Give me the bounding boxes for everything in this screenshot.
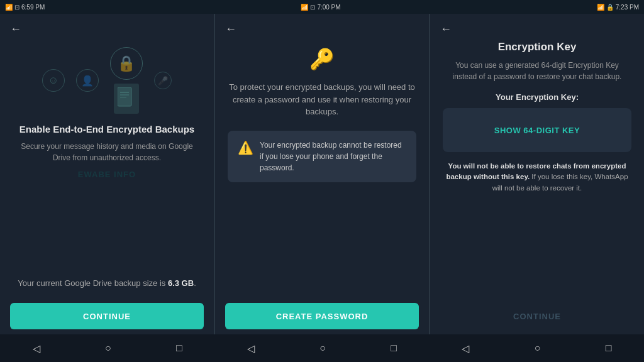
screen3-bottom: CONTINUE	[430, 298, 644, 334]
nav-section-2: ◁ ○ □	[214, 340, 429, 357]
status-bar: 📶⊡6:59 PM 📶⊡7:00 PM 📶🔒7:23 PM	[0, 0, 644, 14]
key-icon: 🔑	[309, 47, 335, 71]
doc-icon	[114, 84, 139, 114]
screen3-panel: ← Encryption Key You can use a generated…	[430, 14, 644, 334]
screen1-title: Enable End-to-End Encrypted Backups	[19, 124, 194, 134]
back-arrow-2[interactable]: ←	[215, 14, 429, 41]
show-64-digit-key-button[interactable]: SHOW 64-DIGIT KEY	[494, 126, 580, 135]
nav-recent-3[interactable]: □	[601, 340, 617, 356]
status-center-1: 📶⊡7:00 PM	[301, 4, 340, 11]
status-right-1: 📶🔒7:23 PM	[597, 4, 639, 11]
mic-icon: 🎤	[154, 72, 172, 89]
back-arrow-1[interactable]: ←	[0, 14, 214, 41]
screen1-description: Secure your message history and media on…	[13, 141, 201, 163]
enc-key-title: Encryption Key	[443, 41, 631, 53]
nav-back-2[interactable]: ◁	[242, 340, 260, 357]
enc-key-description: You can use a generated 64-digit Encrypt…	[443, 60, 631, 82]
screen1-panel: ← EWABE INFO ☺ 👤 🔒	[0, 14, 214, 334]
nav-section-1: ◁ ○ □	[0, 340, 214, 357]
screen2-description: To protect your encrypted backups, you w…	[228, 81, 416, 118]
enc-warning-text: You will not be able to restore chats fr…	[443, 161, 631, 194]
status-left-1: 📶⊡6:59 PM	[5, 4, 45, 11]
lock-icon: 🔒	[110, 47, 143, 80]
screen3-content: Encryption Key You can use a generated 6…	[430, 41, 644, 298]
warning-box: ⚠️ Your encrypted backup cannot be resto…	[228, 131, 416, 182]
nav-home-2[interactable]: ○	[314, 340, 331, 356]
enc-warning-bold: You will not be able to restore chats fr…	[446, 162, 626, 180]
continue-button-3-disabled: CONTINUE	[440, 303, 634, 329]
nav-home-3[interactable]: ○	[530, 340, 546, 356]
screen2-bottom: CREATE PASSWORD	[215, 298, 429, 334]
backup-size-value: 6.3 GB	[168, 278, 194, 288]
nav-recent-1[interactable]: □	[171, 340, 187, 356]
warning-triangle-icon: ⚠️	[238, 140, 253, 155]
screen2-content: 🔑 To protect your encrypted backups, you…	[215, 41, 429, 298]
screen1-bottom: CONTINUE	[0, 298, 214, 334]
nav-back-1[interactable]: ◁	[28, 340, 45, 357]
smiley-icon: ☺	[42, 69, 65, 92]
create-password-button[interactable]: CREATE PASSWORD	[225, 303, 419, 329]
icons-illustration-1: ☺ 👤 🔒 🎤	[42, 47, 172, 114]
nav-recent-2[interactable]: □	[386, 340, 402, 356]
key-box: SHOW 64-DIGIT KEY	[443, 108, 631, 152]
screen1-content: ☺ 👤 🔒 🎤 Enable End-to-End Encry	[0, 41, 214, 298]
backup-size-text: Your current Google Drive backup size is…	[18, 278, 196, 288]
nav-section-3: ◁ ○ □	[430, 340, 644, 357]
back-arrow-3[interactable]: ←	[430, 14, 644, 41]
nav-back-3[interactable]: ◁	[457, 340, 474, 357]
warning-text: Your encrypted backup cannot be restored…	[260, 140, 406, 173]
continue-button-1[interactable]: CONTINUE	[10, 303, 204, 329]
svg-rect-0	[118, 87, 131, 106]
person-icon: 👤	[76, 69, 99, 92]
nav-home-1[interactable]: ○	[100, 340, 116, 356]
nav-bar: ◁ ○ □ ◁ ○ □ ◁ ○ □	[0, 334, 644, 362]
your-key-label: Your Encryption Key:	[443, 92, 631, 102]
screen2-panel: ← EWABE INFO 🔑 To protect your encrypted…	[215, 14, 430, 334]
screens-container: ← EWABE INFO ☺ 👤 🔒	[0, 14, 644, 334]
